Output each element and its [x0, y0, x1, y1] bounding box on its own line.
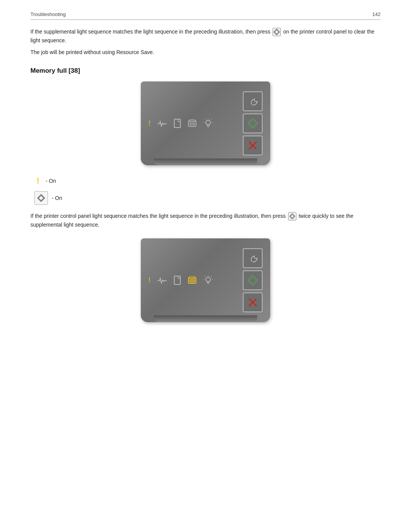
go-button-inline-icon-1	[272, 28, 281, 36]
svg-line-37	[211, 276, 212, 277]
stop-button-1	[243, 136, 263, 155]
header-title: Troubleshooting	[30, 11, 66, 17]
svg-line-13	[205, 120, 206, 120]
svg-rect-25	[174, 276, 180, 284]
paper-icon-1	[174, 119, 181, 128]
legend-diamond-icon-box	[34, 191, 48, 205]
legend-item-diamond: - On	[34, 191, 381, 205]
svg-rect-27	[190, 280, 194, 282]
header-bar: Troubleshooting 142	[30, 11, 381, 20]
go-button-2	[243, 270, 263, 290]
svg-line-14	[211, 120, 212, 120]
svg-marker-17	[248, 118, 258, 128]
pulse-icon-1	[157, 119, 167, 128]
svg-rect-4	[190, 123, 194, 125]
panel-content-2: !	[141, 248, 270, 312]
svg-point-31	[206, 277, 210, 282]
intro-paragraph-1: If the supplemental light sequence match…	[30, 27, 381, 45]
panel-icons-row-2: !	[148, 275, 239, 285]
go-button-inline-icon-2	[288, 212, 296, 220]
body-paragraph-1: If the printer control panel light seque…	[30, 212, 381, 229]
header-page-number: 142	[372, 11, 381, 17]
sleep-button-2	[243, 248, 263, 268]
svg-rect-2	[174, 119, 180, 128]
panel-content-1: !	[141, 91, 270, 155]
page: Troubleshooting 142 If the supplemental …	[0, 0, 411, 532]
legend-exclaim-label: - On	[46, 178, 56, 184]
panel-buttons-1	[243, 91, 263, 155]
legend: ! - On - On	[34, 176, 381, 205]
paper-icon-2	[174, 276, 181, 285]
panel-icons-row-1: !	[148, 118, 239, 128]
legend-item-exclaim: ! - On	[34, 176, 381, 186]
bulb-icon-2	[203, 275, 213, 285]
printer-panel-2: !	[141, 238, 270, 322]
legend-exclaim-icon: !	[34, 176, 42, 186]
svg-marker-41	[250, 277, 256, 283]
toner-icon-2	[187, 276, 197, 284]
svg-point-8	[206, 120, 210, 125]
exclaim-icon-2: !	[148, 276, 151, 284]
pulse-icon-2	[157, 276, 167, 284]
panel-buttons-2	[243, 248, 263, 312]
legend-diamond-icon	[37, 194, 45, 202]
intro-paragraph-2: The job will be printed without using Re…	[30, 48, 381, 56]
bulb-icon-1	[203, 118, 213, 128]
exclaim-icon-1: !	[148, 119, 151, 128]
legend-diamond-label: - On	[52, 195, 62, 201]
go-button-1	[243, 113, 263, 133]
printer-panel-1: !	[141, 81, 270, 165]
svg-line-36	[205, 276, 206, 277]
toner-icon-1	[187, 119, 197, 128]
stop-button-2	[243, 292, 263, 312]
section-title: Memory full [38]	[30, 67, 381, 75]
svg-marker-40	[248, 275, 258, 285]
svg-marker-18	[250, 120, 256, 126]
sleep-button-1	[243, 91, 263, 111]
